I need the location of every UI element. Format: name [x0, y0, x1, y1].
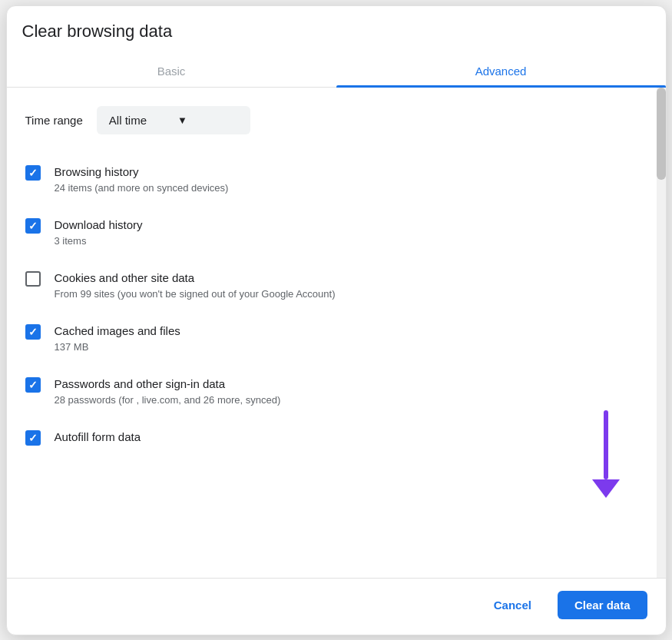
checkmark-icon: ✓ — [28, 167, 38, 178]
clear-data-button[interactable]: Clear data — [558, 591, 647, 619]
checkbox-icon[interactable]: ✓ — [25, 324, 41, 340]
checkmark-icon: ✓ — [28, 380, 38, 390]
item-desc: 28 passwords (for , live.com, and 26 mor… — [55, 393, 638, 407]
cancel-button[interactable]: Cancel — [477, 591, 548, 619]
time-range-select[interactable]: All time ▼ — [97, 106, 250, 134]
item-row: ✓ Download history 3 items — [22, 206, 644, 259]
checkbox-download-history[interactable]: ✓ — [25, 218, 41, 234]
content-area: Time range All time ▼ ✓ Browsing his — [7, 88, 666, 578]
checkmark-icon: ✓ — [28, 221, 38, 231]
checkmark-icon: ✓ — [28, 327, 38, 337]
checkbox-icon[interactable]: ✓ — [25, 430, 41, 446]
item-text-cookies: Cookies and other site data From 99 site… — [55, 270, 638, 301]
tab-basic[interactable]: Basic — [7, 54, 336, 87]
checkbox-icon[interactable]: ✓ — [25, 271, 41, 287]
item-title: Browsing history — [55, 164, 638, 180]
item-title: Download history — [55, 217, 638, 233]
item-text-browsing-history: Browsing history 24 items (and more on s… — [55, 164, 638, 195]
checkbox-icon[interactable]: ✓ — [25, 165, 41, 181]
content-scroll: Time range All time ▼ ✓ Browsing his — [7, 106, 666, 457]
tab-advanced[interactable]: Advanced — [336, 54, 666, 87]
time-range-value: All time — [109, 114, 147, 127]
item-desc: 24 items (and more on synced devices) — [55, 181, 638, 195]
chevron-down-icon: ▼ — [177, 114, 187, 126]
dialog-footer: Cancel Clear data — [7, 578, 666, 635]
items-list: ✓ Browsing history 24 items (and more on… — [7, 153, 654, 457]
item-row: ✓ Cookies and other site data From 99 si… — [22, 259, 644, 312]
checkmark-icon: ✓ — [28, 433, 38, 443]
item-desc: 3 items — [55, 234, 638, 248]
checkbox-icon[interactable]: ✓ — [25, 377, 41, 393]
checkbox-browsing-history[interactable]: ✓ — [25, 165, 41, 181]
item-desc: 137 MB — [55, 340, 638, 354]
clear-browsing-data-dialog: Clear browsing data Basic Advanced Time … — [6, 5, 667, 635]
tabs-bar: Basic Advanced — [7, 54, 666, 88]
item-row: ✓ Passwords and other sign-in data 28 pa… — [22, 365, 644, 418]
checkbox-icon[interactable]: ✓ — [25, 218, 41, 234]
time-range-row: Time range All time ▼ — [7, 106, 654, 153]
dialog-title: Clear browsing data — [7, 6, 666, 54]
time-range-label: Time range — [25, 114, 83, 127]
arrow-head — [592, 479, 620, 498]
item-text-download-history: Download history 3 items — [55, 217, 638, 248]
checkbox-cached-images[interactable]: ✓ — [25, 324, 41, 340]
item-row: ✓ Browsing history 24 items (and more on… — [22, 153, 644, 206]
scrollbar-thumb[interactable] — [657, 88, 666, 180]
item-text-cached-images: Cached images and files 137 MB — [55, 323, 638, 354]
item-row: ✓ Autofill form data — [22, 418, 644, 456]
item-title: Cached images and files — [55, 323, 638, 339]
item-row: ✓ Cached images and files 137 MB — [22, 312, 644, 365]
item-title: Cookies and other site data — [55, 270, 638, 286]
item-text-autofill: Autofill form data — [55, 429, 638, 445]
checkbox-autofill[interactable]: ✓ — [25, 430, 41, 446]
checkbox-passwords[interactable]: ✓ — [25, 377, 41, 393]
scrollbar-track[interactable] — [657, 88, 666, 578]
item-text-passwords: Passwords and other sign-in data 28 pass… — [55, 376, 638, 407]
item-title: Autofill form data — [55, 429, 638, 445]
item-title: Passwords and other sign-in data — [55, 376, 638, 392]
checkbox-cookies[interactable]: ✓ — [25, 271, 41, 287]
item-desc: From 99 sites (you won't be signed out o… — [55, 287, 638, 301]
